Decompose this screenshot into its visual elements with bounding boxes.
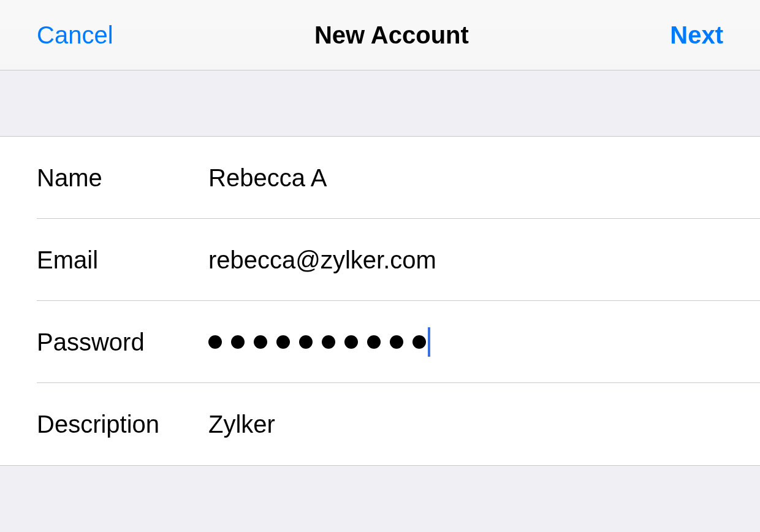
next-button[interactable]: Next	[670, 21, 723, 49]
password-dot	[276, 335, 290, 349]
email-label: Email	[37, 246, 208, 274]
text-cursor	[428, 327, 430, 357]
password-dot	[231, 335, 245, 349]
description-row: Description	[0, 383, 760, 465]
cancel-button[interactable]: Cancel	[37, 21, 113, 49]
page-title: New Account	[314, 21, 469, 49]
password-dot	[322, 335, 335, 349]
password-dot	[412, 335, 426, 349]
description-label: Description	[37, 411, 208, 438]
email-row: Email	[0, 219, 760, 301]
account-form: Name Email Password Description	[0, 136, 760, 466]
password-dot	[299, 335, 313, 349]
name-row: Name	[0, 137, 760, 219]
password-dot	[390, 335, 403, 349]
password-label: Password	[37, 329, 208, 356]
email-field[interactable]	[208, 246, 723, 274]
password-row: Password	[0, 301, 760, 383]
password-dot	[208, 335, 222, 349]
password-dots	[208, 335, 426, 349]
navigation-bar: Cancel New Account Next	[0, 0, 760, 70]
password-dot	[344, 335, 358, 349]
name-label: Name	[37, 164, 208, 192]
password-dot	[367, 335, 381, 349]
section-spacer	[0, 70, 760, 136]
password-field[interactable]	[208, 327, 723, 357]
description-field[interactable]	[208, 411, 723, 438]
password-dot	[254, 335, 267, 349]
name-field[interactable]	[208, 164, 723, 192]
